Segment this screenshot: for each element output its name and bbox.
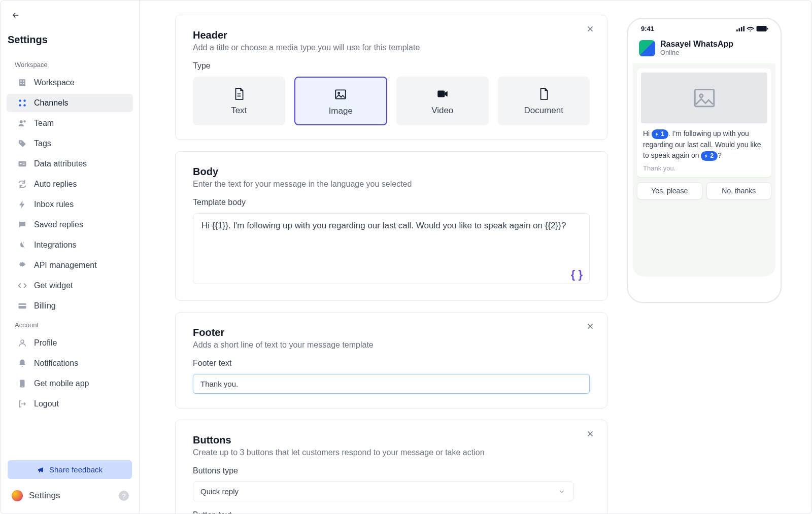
sidebar-item-saved-replies[interactable]: Saved replies: [7, 216, 133, 234]
footer-title: Footer: [193, 327, 590, 338]
svg-rect-0: [19, 79, 25, 86]
svg-rect-24: [437, 91, 445, 97]
sidebar-item-inbox-rules[interactable]: Inbox rules: [7, 195, 133, 214]
sidebar-item-tags[interactable]: Tags: [7, 134, 133, 153]
svg-rect-18: [19, 305, 26, 306]
sidebar-item-label: Logout: [34, 399, 59, 408]
svg-rect-31: [695, 89, 714, 106]
code-icon: [17, 281, 28, 291]
body-card: Body Enter the text for your message in …: [175, 151, 607, 301]
sidebar-item-channels[interactable]: Channels: [7, 94, 133, 112]
buttons-card: Buttons Create up to 3 buttons that let …: [175, 420, 607, 513]
close-footer-button[interactable]: [586, 322, 595, 331]
body-desc: Enter the text for your message in the l…: [193, 180, 590, 189]
sidebar-item-label: Profile: [34, 338, 57, 348]
footer-desc: Adds a short line of text to your messag…: [193, 340, 590, 350]
sidebar-item-label: Get widget: [34, 281, 73, 290]
svg-point-23: [338, 92, 340, 94]
close-buttons-button[interactable]: [586, 429, 595, 438]
sidebar-item-label: Channels: [34, 98, 69, 108]
svg-point-11: [20, 142, 21, 143]
phone-time: 9:41: [641, 25, 654, 32]
buttons-type-select[interactable]: Quick reply: [193, 482, 573, 501]
type-option-document[interactable]: Document: [498, 77, 590, 125]
plug-icon: [17, 240, 28, 250]
sidebar-item-api-management[interactable]: API management: [7, 256, 133, 275]
svg-rect-25: [736, 29, 738, 31]
sidebar-item-label: Saved replies: [34, 220, 83, 229]
close-icon: [586, 429, 595, 438]
sidebar-item-team[interactable]: Team: [7, 114, 133, 132]
svg-rect-26: [738, 28, 740, 31]
svg-point-13: [20, 163, 22, 164]
insert-variable-button[interactable]: { }: [571, 268, 583, 281]
channels-icon: [17, 98, 28, 108]
close-icon: [586, 24, 595, 33]
sidebar-item-label: API management: [34, 261, 97, 270]
header-type-label: Type: [193, 61, 590, 71]
preview-button-2: No, thanks: [706, 182, 772, 199]
svg-rect-14: [23, 163, 25, 163]
id-card-icon: [17, 159, 28, 169]
sidebar-item-billing[interactable]: Billing: [7, 297, 133, 315]
svg-rect-30: [767, 28, 768, 30]
svg-rect-2: [23, 81, 24, 82]
sidebar-item-notifications[interactable]: Notifications: [7, 354, 133, 372]
back-button[interactable]: [10, 10, 22, 21]
close-header-button[interactable]: [586, 24, 595, 33]
sidebar-item-data-attributes[interactable]: Data attributes: [7, 155, 133, 173]
sidebar-item-workspace[interactable]: Workspace: [7, 74, 133, 92]
buttons-type-label: Buttons type: [193, 466, 590, 475]
building-icon: [17, 78, 28, 88]
share-feedback-button[interactable]: Share feedback: [8, 460, 132, 479]
preview-profile-name: Rasayel WhatsApp: [660, 40, 733, 49]
mobile-icon: [17, 379, 28, 389]
type-option-image[interactable]: Image: [294, 77, 388, 125]
svg-point-19: [21, 340, 24, 343]
svg-rect-12: [19, 161, 26, 167]
sidebar-title: Settings: [1, 25, 139, 56]
type-option-text[interactable]: Text: [193, 77, 285, 125]
sidebar-item-label: Auto replies: [34, 180, 77, 189]
section-account-label: Account: [1, 316, 139, 333]
sidebar-footer[interactable]: Settings ?: [1, 486, 139, 507]
phone-preview: 9:41 Rasayel WhatsApp Online: [627, 18, 782, 303]
svg-point-5: [19, 99, 21, 102]
footer-text-input[interactable]: [193, 374, 590, 394]
type-option-video[interactable]: Video: [396, 77, 489, 125]
buttons-desc: Create up to 3 buttons that let customer…: [193, 448, 590, 457]
sidebar-item-get-mobile-app[interactable]: Get mobile app: [7, 374, 133, 393]
section-workspace-label: Workspace: [1, 56, 139, 73]
svg-rect-15: [23, 164, 25, 165]
bell-icon: [17, 358, 28, 368]
preview-button-1: Yes, please: [637, 182, 702, 199]
svg-point-21: [22, 386, 23, 387]
arrow-left-icon: [11, 11, 21, 20]
sidebar-item-label: Inbox rules: [34, 200, 74, 209]
help-icon[interactable]: ?: [119, 491, 129, 501]
template-body-textarea[interactable]: [193, 213, 590, 284]
sidebar-item-auto-replies[interactable]: Auto replies: [7, 175, 133, 193]
header-card: Header Add a title or choose a media typ…: [175, 15, 607, 140]
svg-rect-27: [741, 27, 742, 31]
sidebar-item-logout[interactable]: Logout: [7, 395, 133, 413]
user-icon: [17, 338, 28, 348]
sidebar-item-get-widget[interactable]: Get widget: [7, 277, 133, 295]
svg-point-7: [19, 104, 21, 107]
share-feedback-label: Share feedback: [49, 465, 103, 474]
sidebar-item-integrations[interactable]: Integrations: [7, 236, 133, 254]
svg-rect-28: [743, 26, 745, 31]
megaphone-icon: [37, 466, 45, 474]
footer-label: Footer text: [193, 359, 590, 368]
phone-status-icons: [736, 26, 768, 31]
variable-pill-1: 1: [652, 129, 668, 139]
card-icon: [17, 301, 28, 311]
type-label: Image: [329, 106, 353, 116]
svg-point-8: [23, 104, 26, 107]
sidebar-item-label: Workspace: [34, 78, 75, 87]
type-label: Text: [231, 106, 247, 116]
button-text-label: Button text: [193, 510, 590, 513]
preview-image-placeholder: [641, 73, 767, 123]
header-title: Header: [193, 29, 590, 41]
sidebar-item-profile[interactable]: Profile: [7, 334, 133, 352]
